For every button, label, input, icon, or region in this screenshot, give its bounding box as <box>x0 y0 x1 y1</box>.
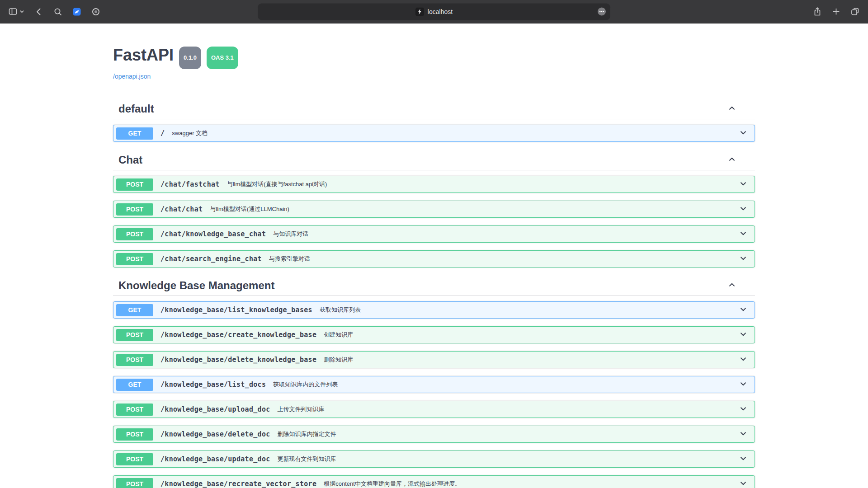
tab-overview-button[interactable] <box>850 7 860 16</box>
operation-path: /knowledge_base/delete_knowledge_base <box>160 356 316 364</box>
expand-operation-button[interactable] <box>738 479 748 488</box>
http-method-badge: POST <box>116 354 153 366</box>
http-method-badge: GET <box>116 379 153 391</box>
sections-container: default GET / swagger 文档 Chat <box>113 99 755 488</box>
operation-row[interactable]: POST /knowledge_base/recreate_vector_sto… <box>113 475 755 488</box>
extension-icon-1 <box>72 7 81 16</box>
site-favicon-icon <box>415 7 424 16</box>
operation-row[interactable]: POST /chat/chat 与llm模型对话(通过LLMChain) <box>113 201 755 218</box>
search-icon <box>53 7 62 16</box>
chevron-down-icon <box>19 9 24 14</box>
extension-badge-icon[interactable] <box>597 7 606 16</box>
http-method-badge: POST <box>116 453 153 465</box>
extension-button-1[interactable] <box>72 7 81 16</box>
chevron-down-icon <box>739 355 747 365</box>
expand-operation-button[interactable] <box>738 454 748 465</box>
operation-summary: 上传文件到知识库 <box>278 405 325 413</box>
operation-path: /knowledge_base/recreate_vector_store <box>160 480 316 488</box>
operations-list: GET /knowledge_base/list_knowledge_bases… <box>113 296 755 488</box>
operation-row[interactable]: POST /knowledge_base/upload_doc 上传文件到知识库 <box>113 401 755 418</box>
operation-summary: swagger 文档 <box>172 129 208 137</box>
operation-summary: 与llm模型对话(直接与fastchat api对话) <box>227 180 327 188</box>
share-button[interactable] <box>813 7 822 16</box>
section-collapse-button[interactable] <box>726 153 738 166</box>
api-section: Knowledge Base Management GET /knowledge… <box>113 275 755 488</box>
openapi-spec-link[interactable]: /openapi.json <box>113 73 151 80</box>
chevron-down-icon <box>739 129 747 138</box>
http-method-badge: POST <box>116 404 153 416</box>
section-collapse-button[interactable] <box>726 102 738 115</box>
chevron-down-icon <box>739 254 747 264</box>
expand-operation-button[interactable] <box>738 429 748 440</box>
operation-path: /chat/search_engine_chat <box>160 255 262 263</box>
operation-row[interactable]: POST /knowledge_base/create_knowledge_ba… <box>113 326 755 343</box>
section-title: Knowledge Base Management <box>118 279 274 292</box>
chevron-down-icon <box>739 230 747 239</box>
expand-operation-button[interactable] <box>738 229 748 240</box>
section-header[interactable]: Knowledge Base Management <box>113 275 755 296</box>
chevron-up-icon <box>728 283 736 290</box>
share-icon <box>813 7 822 16</box>
chevron-down-icon <box>739 479 747 488</box>
expand-operation-button[interactable] <box>738 404 748 415</box>
operation-summary: 获取知识库内的文件列表 <box>273 380 338 389</box>
operation-path: / <box>160 129 165 137</box>
expand-operation-button[interactable] <box>738 379 748 390</box>
api-title: FastAPI <box>113 45 174 65</box>
chevron-down-icon <box>739 430 747 439</box>
expand-operation-button[interactable] <box>738 253 748 265</box>
sidebar-toggle-button[interactable] <box>8 7 24 16</box>
operation-path: /knowledge_base/delete_doc <box>160 430 270 438</box>
http-method-badge: GET <box>116 127 153 140</box>
expand-operation-button[interactable] <box>738 354 748 366</box>
operation-summary: 获取知识库列表 <box>320 306 361 314</box>
search-button[interactable] <box>53 7 62 16</box>
url-text: localhost <box>428 8 453 15</box>
section-header[interactable]: default <box>113 99 755 119</box>
operation-path: /knowledge_base/create_knowledge_base <box>160 331 316 339</box>
operation-row[interactable]: POST /knowledge_base/delete_doc 删除知识库内指定… <box>113 426 755 443</box>
operation-path: /chat/fastchat <box>160 180 220 188</box>
chevron-up-icon <box>728 158 736 164</box>
oas-badge: OAS 3.1 <box>207 47 238 69</box>
url-bar[interactable]: localhost <box>258 3 610 20</box>
new-tab-button[interactable] <box>832 7 840 16</box>
operation-summary: 创建知识库 <box>324 331 353 339</box>
operation-summary: 删除知识库 <box>324 356 353 364</box>
operation-row[interactable]: POST /knowledge_base/update_doc 更新现有文件到知… <box>113 450 755 468</box>
section-header[interactable]: Chat <box>113 150 755 170</box>
toolbar-left-group <box>8 7 100 16</box>
operation-row[interactable]: POST /knowledge_base/delete_knowledge_ba… <box>113 351 755 368</box>
page-title: FastAPI 0.1.0 OAS 3.1 <box>113 45 755 69</box>
expand-operation-button[interactable] <box>738 305 748 316</box>
http-method-badge: POST <box>116 253 153 265</box>
operation-path: /chat/chat <box>160 205 203 213</box>
expand-operation-button[interactable] <box>738 179 748 190</box>
expand-operation-button[interactable] <box>738 329 748 341</box>
section-collapse-button[interactable] <box>726 279 738 292</box>
back-icon <box>34 7 43 16</box>
version-badge: 0.1.0 <box>179 47 201 69</box>
chevron-down-icon <box>739 305 747 315</box>
expand-operation-button[interactable] <box>738 128 748 139</box>
operation-summary: 与llm模型对话(通过LLMChain) <box>210 205 289 213</box>
operation-row[interactable]: POST /chat/knowledge_base_chat 与知识库对话 <box>113 225 755 243</box>
extension-button-2[interactable] <box>91 7 100 16</box>
http-method-badge: POST <box>116 428 153 441</box>
api-section: Chat POST /chat/fastchat 与llm模型对话(直接与fas… <box>113 150 755 267</box>
toolbar-right-group <box>813 7 860 16</box>
operation-row[interactable]: POST /chat/fastchat 与llm模型对话(直接与fastchat… <box>113 176 755 193</box>
operation-row[interactable]: GET /knowledge_base/list_knowledge_bases… <box>113 301 755 319</box>
page-content: FastAPI 0.1.0 OAS 3.1 /openapi.json defa… <box>0 23 868 488</box>
operation-row[interactable]: GET /knowledge_base/list_docs 获取知识库内的文件列… <box>113 376 755 393</box>
operation-path: /knowledge_base/list_docs <box>160 380 266 389</box>
http-method-badge: POST <box>116 178 153 191</box>
back-button[interactable] <box>34 7 43 16</box>
operation-row[interactable]: POST /chat/search_engine_chat 与搜索引擎对话 <box>113 250 755 267</box>
operation-row[interactable]: GET / swagger 文档 <box>113 125 755 142</box>
operation-path: /knowledge_base/upload_doc <box>160 405 270 413</box>
new-tab-icon <box>832 7 840 16</box>
operation-summary: 与搜索引擎对话 <box>269 255 310 263</box>
extension-icon-2 <box>91 7 100 16</box>
expand-operation-button[interactable] <box>738 204 748 215</box>
